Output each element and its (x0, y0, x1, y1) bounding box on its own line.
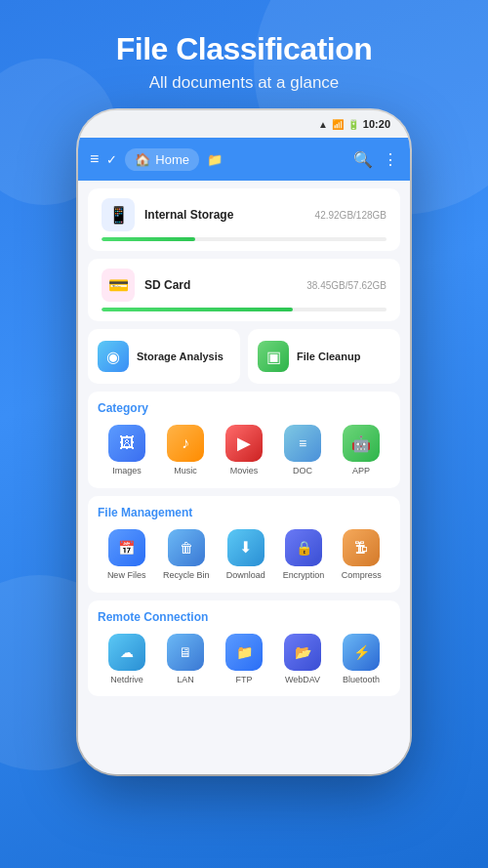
remote-webdav[interactable]: 📂 WebDAV (281, 634, 324, 685)
toolbar-home-label: Home (155, 152, 189, 167)
app-content: 📱 Internal Storage 42.92GB/128GB (78, 181, 410, 774)
search-icon[interactable]: 🔍 (353, 150, 373, 169)
phone-frame: ▲ 📶 🔋 10:20 ≡ ✓ 🏠 Home 📁 🔍 ⋮ 📱 (78, 110, 410, 774)
category-music[interactable]: ♪ Music (164, 425, 207, 476)
recycle-label: Recycle Bin (163, 570, 210, 581)
download-label: Download (226, 570, 265, 581)
status-right: ▲ 📶 🔋 10:20 (318, 118, 390, 130)
page-subtitle: All documents at a glance (116, 73, 373, 93)
sdcard-info: SD Card 38.45GB/57.62GB (144, 278, 386, 292)
toolbar-right: 🔍 ⋮ (353, 150, 398, 169)
remote-netdrive[interactable]: ☁ Netdrive (105, 634, 148, 685)
file-management-section: File Management 📅 New Files 🗑 Recycle Bi… (88, 496, 400, 593)
page-title: File Classification (116, 31, 373, 67)
file-mgmt-recycle[interactable]: 🗑 Recycle Bin (163, 529, 210, 581)
music-label: Music (174, 466, 197, 476)
more-icon[interactable]: ⋮ (383, 150, 398, 169)
category-movies[interactable]: ▶ Movies (223, 425, 265, 476)
compress-label: Compress (342, 570, 382, 581)
file-cleanup-icon: ▣ (258, 341, 289, 372)
home-breadcrumb[interactable]: 🏠 Home (125, 148, 199, 171)
sdcard-icon: 💳 (102, 269, 135, 302)
wifi-icon: ▲ (318, 119, 328, 130)
download-icon: ⬇ (227, 529, 264, 566)
app-toolbar: ≡ ✓ 🏠 Home 📁 🔍 ⋮ (78, 138, 410, 181)
storage-analysis-icon: ◉ (98, 341, 129, 372)
images-label: Images (112, 466, 142, 476)
ftp-label: FTP (236, 675, 253, 685)
category-app[interactable]: 🤖 APP (340, 425, 383, 476)
netdrive-label: Netdrive (110, 675, 143, 685)
images-icon: 🖼 (108, 425, 145, 462)
encryption-label: Encryption (283, 570, 325, 581)
movies-label: Movies (230, 466, 259, 476)
header-section: File Classification All documents at a g… (97, 0, 392, 110)
file-cleanup-label: File Cleanup (297, 351, 360, 362)
encryption-icon: 🔒 (285, 529, 322, 566)
bluetooth-icon: ⚡ (343, 634, 380, 671)
sdcard-progress-bar (102, 308, 386, 311)
remote-lan[interactable]: 🖥 LAN (164, 634, 207, 685)
bluetooth-label: Bluetooth (343, 675, 380, 685)
internal-storage-size: 42.92GB/128GB (315, 210, 386, 221)
sdcard-progress-fill (102, 308, 293, 311)
sdcard-size: 38.45GB/57.62GB (306, 280, 386, 291)
sdcard-storage-card[interactable]: 💳 SD Card 38.45GB/57.62GB (88, 259, 400, 321)
storage-analysis-card[interactable]: ◉ Storage Analysis (88, 329, 240, 384)
category-title: Category (98, 401, 390, 415)
check-icon[interactable]: ✓ (106, 152, 117, 167)
music-icon: ♪ (167, 425, 204, 462)
internal-storage-progress-fill (102, 237, 195, 241)
internal-storage-info: Internal Storage 42.92GB/128GB (144, 208, 386, 222)
remote-ftp[interactable]: 📁 FTP (223, 634, 265, 685)
app-label: APP (352, 466, 370, 476)
doc-icon: ≡ (284, 425, 321, 462)
lan-icon: 🖥 (167, 634, 204, 671)
menu-icon[interactable]: ≡ (90, 150, 99, 168)
remote-connection-section: Remote Connection ☁ Netdrive 🖥 LAN 📁 FTP… (88, 600, 400, 697)
remote-connection-grid: ☁ Netdrive 🖥 LAN 📁 FTP 📂 WebDAV ⚡ B (98, 634, 390, 685)
file-mgmt-newfiles[interactable]: 📅 New Files (105, 529, 148, 581)
newfiles-icon: 📅 (108, 529, 145, 566)
category-images[interactable]: 🖼 Images (105, 425, 148, 476)
newfiles-label: New Files (107, 570, 146, 581)
compress-icon: 🗜 (343, 529, 380, 566)
time-display: 10:20 (363, 118, 390, 130)
category-section: Category 🖼 Images ♪ Music ▶ Movies ≡ DOC (88, 392, 400, 488)
remote-connection-title: Remote Connection (98, 610, 390, 624)
file-management-title: File Management (98, 506, 390, 519)
app-icon: 🤖 (343, 425, 380, 462)
category-doc[interactable]: ≡ DOC (281, 425, 324, 476)
file-management-grid: 📅 New Files 🗑 Recycle Bin ⬇ Download 🔒 E… (98, 529, 390, 581)
webdav-icon: 📂 (284, 634, 321, 671)
home-icon: 🏠 (135, 152, 150, 167)
battery-icon: 🔋 (347, 119, 359, 130)
internal-storage-progress-bar (102, 237, 386, 241)
file-cleanup-card[interactable]: ▣ File Cleanup (248, 329, 400, 384)
webdav-label: WebDAV (285, 675, 320, 685)
file-mgmt-encryption[interactable]: 🔒 Encryption (282, 529, 325, 581)
remote-bluetooth[interactable]: ⚡ Bluetooth (340, 634, 383, 685)
status-bar: ▲ 📶 🔋 10:20 (78, 110, 410, 138)
storage-analysis-label: Storage Analysis (137, 351, 224, 362)
signal-icon: 📶 (332, 119, 344, 130)
category-grid: 🖼 Images ♪ Music ▶ Movies ≡ DOC 🤖 AP (98, 425, 390, 476)
file-mgmt-download[interactable]: ⬇ Download (224, 529, 267, 581)
lan-label: LAN (177, 675, 194, 685)
ftp-icon: 📁 (225, 634, 263, 671)
recycle-icon: 🗑 (168, 529, 205, 566)
sdcard-name: SD Card (144, 278, 190, 292)
internal-storage-card[interactable]: 📱 Internal Storage 42.92GB/128GB (88, 188, 400, 251)
movies-icon: ▶ (225, 425, 263, 462)
utility-row: ◉ Storage Analysis ▣ File Cleanup (88, 329, 400, 384)
internal-storage-icon: 📱 (102, 198, 135, 231)
file-mgmt-compress[interactable]: 🗜 Compress (340, 529, 383, 581)
internal-storage-name: Internal Storage (144, 208, 233, 222)
netdrive-icon: ☁ (108, 634, 145, 671)
toolbar-left: ≡ ✓ 🏠 Home 📁 (90, 148, 346, 171)
doc-label: DOC (293, 466, 312, 476)
folder-icon[interactable]: 📁 (207, 152, 223, 167)
